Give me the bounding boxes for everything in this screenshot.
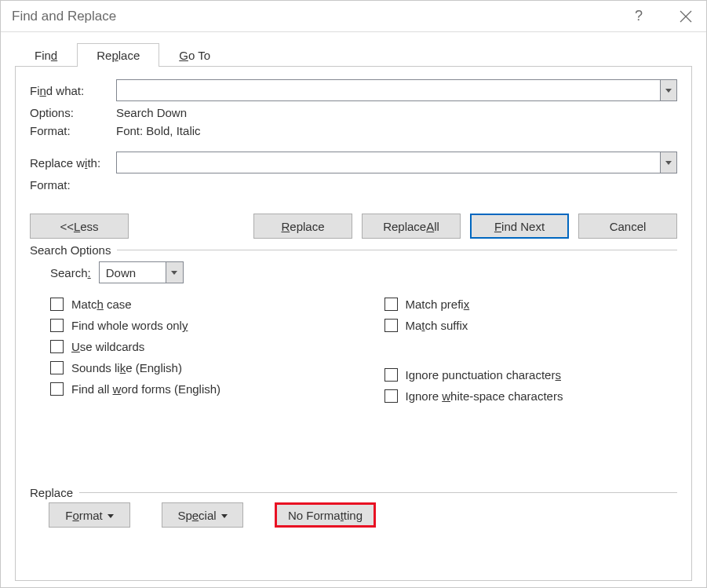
format-menu-button[interactable]: Format bbox=[49, 502, 130, 528]
ignore-whitespace-checkbox[interactable]: Ignore white-space characters bbox=[384, 389, 678, 403]
checkbox-icon bbox=[50, 319, 64, 332]
close-icon[interactable] bbox=[676, 7, 695, 26]
options-value: Search Down bbox=[116, 106, 677, 119]
tab-strip: Find Replace Go To bbox=[15, 40, 692, 67]
find-what-dropdown-icon[interactable] bbox=[660, 79, 677, 101]
checkbox-icon bbox=[50, 340, 64, 353]
replace-pane: Find what: Options: Search Down Format: … bbox=[15, 67, 692, 581]
checkbox-icon bbox=[384, 368, 398, 382]
whole-words-checkbox[interactable]: Find whole words only bbox=[50, 319, 344, 332]
search-direction-value: Down bbox=[106, 266, 136, 279]
replace-format-label: Format: bbox=[30, 178, 116, 192]
replace-footer-group: Replace Format Special No Formatting bbox=[30, 492, 677, 528]
caret-down-icon bbox=[108, 514, 114, 518]
search-options-group: Search Options Search: Down bbox=[30, 250, 677, 426]
cancel-button[interactable]: Cancel bbox=[578, 214, 677, 239]
checkbox-icon bbox=[384, 319, 398, 332]
search-options-label: Search Options bbox=[30, 243, 117, 257]
checkbox-icon bbox=[50, 382, 64, 396]
checkbox-icon bbox=[50, 298, 64, 311]
replace-all-button[interactable]: Replace All bbox=[362, 214, 461, 239]
sounds-like-checkbox[interactable]: Sounds like (English) bbox=[50, 361, 344, 374]
search-direction-dropdown-icon[interactable] bbox=[166, 262, 183, 283]
checkbox-icon bbox=[50, 361, 64, 374]
no-formatting-button[interactable]: No Formatting bbox=[275, 502, 376, 528]
find-what-combo[interactable] bbox=[116, 79, 677, 101]
chevron-down-icon bbox=[665, 161, 672, 165]
replace-with-dropdown-icon[interactable] bbox=[660, 152, 677, 173]
chevron-down-icon bbox=[171, 271, 177, 275]
window-title: Find and Replace bbox=[12, 9, 629, 24]
match-case-checkbox[interactable]: Match case bbox=[50, 298, 344, 311]
search-direction-label: Search: bbox=[50, 266, 91, 279]
options-label: Options: bbox=[30, 106, 116, 119]
all-word-forms-checkbox[interactable]: Find all word forms (English) bbox=[50, 382, 344, 396]
special-menu-button[interactable]: Special bbox=[162, 502, 243, 528]
checkbox-icon bbox=[384, 389, 398, 403]
find-what-input[interactable] bbox=[116, 79, 660, 101]
match-suffix-checkbox[interactable]: Match suffix bbox=[384, 319, 678, 332]
help-icon[interactable]: ? bbox=[629, 7, 648, 26]
less-button[interactable]: << Less bbox=[30, 214, 129, 239]
ignore-punct-checkbox[interactable]: Ignore punctuation characters bbox=[384, 368, 678, 382]
find-what-label: Find what: bbox=[30, 84, 116, 97]
tab-find[interactable]: Find bbox=[15, 43, 77, 67]
find-replace-dialog: Find and Replace ? Find Replace Go To Fi… bbox=[0, 0, 707, 588]
checkbox-icon bbox=[384, 298, 398, 311]
replace-with-input[interactable] bbox=[116, 152, 660, 173]
find-format-value: Font: Bold, Italic bbox=[116, 124, 677, 137]
search-direction-select[interactable]: Down bbox=[99, 261, 184, 283]
replace-with-combo[interactable] bbox=[116, 152, 677, 173]
titlebar: Find and Replace ? bbox=[1, 1, 706, 32]
find-format-label: Format: bbox=[30, 124, 116, 137]
replace-group-label: Replace bbox=[30, 486, 79, 499]
use-wildcards-checkbox[interactable]: Use wildcards bbox=[50, 340, 344, 353]
tab-goto[interactable]: Go To bbox=[159, 43, 230, 67]
replace-button[interactable]: Replace bbox=[253, 214, 352, 239]
tab-replace[interactable]: Replace bbox=[77, 43, 159, 67]
caret-down-icon bbox=[221, 514, 228, 518]
chevron-down-icon bbox=[665, 89, 672, 93]
replace-with-label: Replace with: bbox=[30, 156, 116, 170]
find-next-button[interactable]: Find Next bbox=[470, 214, 569, 239]
match-prefix-checkbox[interactable]: Match prefix bbox=[384, 298, 678, 311]
